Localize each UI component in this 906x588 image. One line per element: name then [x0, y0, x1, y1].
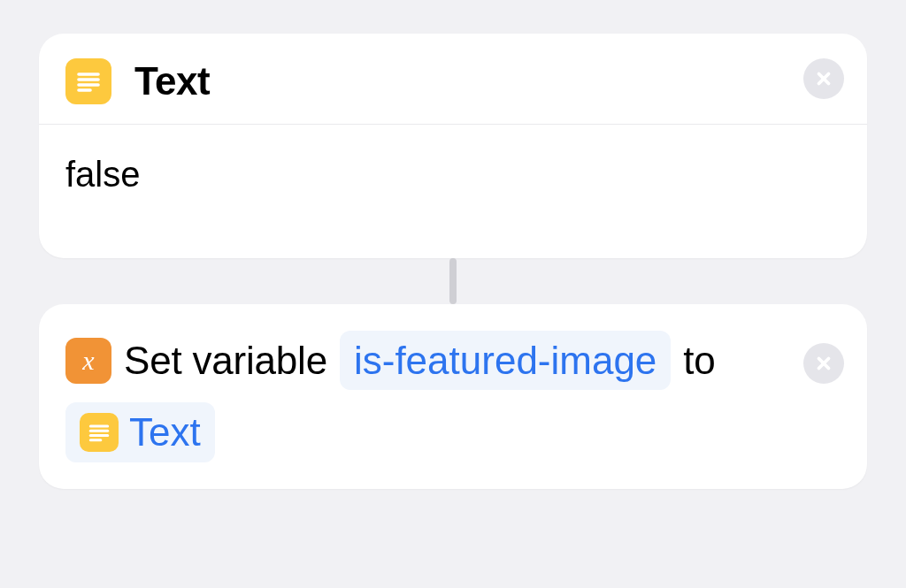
- text-action-card: Text false: [39, 34, 867, 258]
- variable-icon: x: [65, 338, 111, 384]
- close-icon: [814, 354, 833, 373]
- input-value-token[interactable]: Text: [65, 402, 215, 462]
- text-icon: [80, 413, 119, 452]
- set-variable-flow: x Set variable is-featured-image to Text: [65, 331, 841, 462]
- close-icon: [814, 69, 833, 88]
- remove-text-action-button[interactable]: [803, 58, 844, 99]
- text-action-title: Text: [134, 59, 210, 103]
- set-variable-to-word: to: [683, 334, 715, 386]
- set-variable-action-card: x Set variable is-featured-image to Text: [39, 304, 867, 489]
- text-action-value[interactable]: false: [39, 125, 867, 258]
- text-action-header: Text: [39, 34, 867, 125]
- text-icon: [65, 58, 111, 104]
- variable-name-label: is-featured-image: [354, 334, 656, 386]
- variable-name-token[interactable]: is-featured-image: [340, 331, 671, 390]
- set-variable-prefix: Set variable: [124, 334, 327, 386]
- connector-line: [449, 258, 457, 304]
- action-connector: [39, 258, 867, 304]
- input-value-label: Text: [129, 406, 201, 458]
- remove-set-variable-action-button[interactable]: [803, 343, 844, 384]
